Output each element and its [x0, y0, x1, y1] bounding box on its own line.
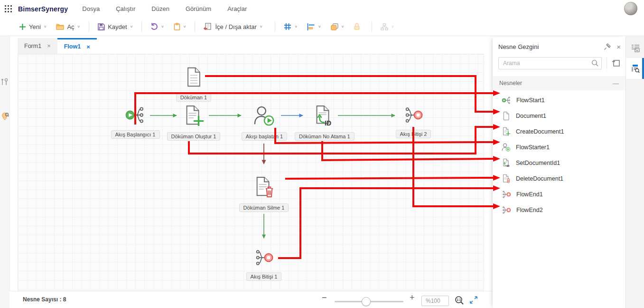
- flow-end-icon: [502, 190, 511, 199]
- flow-starter-icon: [253, 105, 275, 127]
- save-icon: [98, 23, 105, 30]
- undo-button[interactable]: ∨: [146, 19, 169, 34]
- undo-icon: [150, 23, 158, 30]
- lock-button[interactable]: [349, 19, 365, 34]
- list-item-DeleteDocument1[interactable]: DeleteDocument1: [493, 171, 625, 186]
- toolbar-separator: [275, 21, 275, 32]
- set-document-id-icon: [312, 105, 334, 127]
- toolbar: Yeni ∨ Aç ∨ Kaydet ∨ ∨ ∨: [0, 18, 644, 36]
- create-document-icon: [502, 127, 511, 136]
- chevron-down-icon: ∨: [77, 25, 81, 29]
- flow-node-CreateDocument1[interactable]: Döküman Oluştur 1: [165, 105, 222, 141]
- svg-text:1:1: 1:1: [457, 298, 461, 301]
- chevron-down-icon: ∨: [294, 25, 298, 29]
- list-item-CreateDocument1[interactable]: CreateDocument1: [493, 124, 625, 139]
- idea-search-icon[interactable]: [1, 112, 9, 123]
- chevron-down-icon: ∨: [44, 25, 47, 29]
- flow-node-label: Döküman 1: [176, 93, 211, 102]
- flow-node-label: Döküman Silme 1: [239, 203, 289, 212]
- chevron-down-icon: ∨: [318, 25, 321, 29]
- group-button[interactable]: ∨: [326, 19, 349, 34]
- left-rail: { } ?: [0, 36, 10, 308]
- zoom-level-input[interactable]: [421, 296, 449, 306]
- collapse-panel-icon[interactable]: [612, 59, 620, 67]
- menu-gorunum[interactable]: Görünüm: [186, 5, 211, 12]
- list-item-label: FlowStarter1: [516, 144, 550, 151]
- objects-section-title: Nesneler: [499, 80, 613, 87]
- grid-button[interactable]: ∨: [279, 19, 302, 34]
- create-document-icon: [183, 105, 205, 127]
- open-button[interactable]: Aç ∨: [51, 19, 85, 34]
- flow-node-FlowEnd2[interactable]: Akış Bitişi 2: [385, 105, 442, 138]
- menu-araclar[interactable]: Araçlar: [227, 5, 247, 12]
- panel-title: Nesne Gezgini: [498, 43, 598, 50]
- zoom-out-button[interactable]: −: [322, 293, 327, 303]
- close-icon[interactable]: ×: [616, 43, 621, 51]
- toolbar-separator: [195, 21, 195, 32]
- menu-duzen[interactable]: Düzen: [151, 5, 169, 12]
- app-launcher-icon[interactable]: [4, 4, 13, 14]
- chevron-down-icon: ∨: [130, 25, 133, 29]
- clipboard-icon: [174, 23, 180, 30]
- close-icon[interactable]: ×: [47, 42, 51, 49]
- flow-node-label: Döküman Oluştur 1: [167, 132, 221, 141]
- object-explorer-icon[interactable]: [626, 58, 644, 79]
- search-input[interactable]: [498, 57, 602, 69]
- tab-form1[interactable]: Form1 ×: [18, 38, 57, 54]
- flow-node-FlowStart1[interactable]: Akış Başlangıcı 1: [107, 105, 164, 139]
- tab-flow1[interactable]: Flow1 ×: [57, 38, 97, 54]
- fit-to-screen-icon[interactable]: [469, 296, 478, 306]
- align-icon: [307, 23, 315, 30]
- zoom-reset-icon[interactable]: 1:1: [455, 296, 464, 307]
- list-item-label: CreateDocument1: [516, 128, 564, 135]
- hierarchy-button[interactable]: ∨: [376, 19, 399, 34]
- user-avatar[interactable]: [624, 2, 637, 15]
- flow-node-FlowStarter1[interactable]: Akışı başlatan 1: [236, 105, 293, 141]
- save-button-label: Kaydet: [108, 23, 127, 30]
- zoom-slider-thumb[interactable]: [362, 297, 371, 306]
- objects-list: FlowStart1 Document1 CreateDocument1 Flo…: [493, 90, 625, 218]
- save-button[interactable]: Kaydet ∨: [93, 19, 138, 34]
- document-icon: [183, 66, 204, 88]
- clipboard-button[interactable]: ∨: [169, 19, 191, 34]
- toolbar-separator: [372, 21, 372, 32]
- list-item-FlowStarter1[interactable]: FlowStarter1: [493, 139, 625, 155]
- list-item-SetDocumentId1[interactable]: SetDocumentId1: [493, 155, 625, 171]
- toolbar-separator: [89, 21, 89, 32]
- zoom-in-button[interactable]: +: [410, 293, 415, 303]
- flow-end-icon: [252, 248, 275, 268]
- flow-node-Document1[interactable]: Döküman 1: [165, 66, 222, 102]
- document-icon: [502, 111, 511, 121]
- list-item-label: Document1: [516, 113, 546, 119]
- flow-node-FlowEnd1[interactable]: Akış Bitişi 1: [235, 248, 292, 281]
- import-export-button[interactable]: İçe / Dışa aktar ∨: [199, 19, 267, 34]
- flow-node-DeleteDocument1[interactable]: Döküman Silme 1: [235, 176, 292, 212]
- menubar: Dosya Çalıştır Düzen Görünüm Araçlar: [82, 5, 247, 12]
- close-icon[interactable]: ×: [86, 43, 90, 50]
- chevron-down-icon: ∨: [161, 25, 164, 29]
- layers-icon: [331, 23, 338, 30]
- list-item-FlowEnd1[interactable]: FlowEnd1: [493, 186, 625, 202]
- separator: [607, 58, 607, 69]
- tools-icon[interactable]: [1, 78, 9, 88]
- flow-start-icon: [502, 96, 511, 105]
- properties-panel-icon[interactable]: [626, 40, 644, 56]
- list-item-FlowStart1[interactable]: FlowStart1: [493, 92, 625, 108]
- chevron-down-icon: ∨: [260, 25, 263, 29]
- list-item-FlowEnd2[interactable]: FlowEnd2: [493, 202, 625, 218]
- flow-node-label: Akış Başlangıcı 1: [111, 130, 160, 139]
- align-button[interactable]: ∨: [302, 19, 326, 34]
- panel-search-row: [493, 54, 625, 72]
- collapse-section-icon[interactable]: —: [613, 80, 619, 87]
- pin-icon[interactable]: [604, 43, 611, 50]
- tab-label: Form1: [24, 43, 41, 49]
- menu-dosya[interactable]: Dosya: [82, 5, 100, 12]
- objects-section-header[interactable]: Nesneler —: [493, 76, 625, 90]
- menu-calistir[interactable]: Çalıştır: [116, 5, 135, 12]
- flow-node-SetDocumentId1[interactable]: Döküman No Atama 1: [295, 105, 352, 141]
- new-button-label: Yeni: [29, 23, 41, 30]
- list-item-Document1[interactable]: Document1: [493, 108, 625, 124]
- tab-label: Flow1: [64, 43, 81, 50]
- right-rail: [625, 36, 644, 308]
- new-button[interactable]: Yeni ∨: [14, 19, 51, 34]
